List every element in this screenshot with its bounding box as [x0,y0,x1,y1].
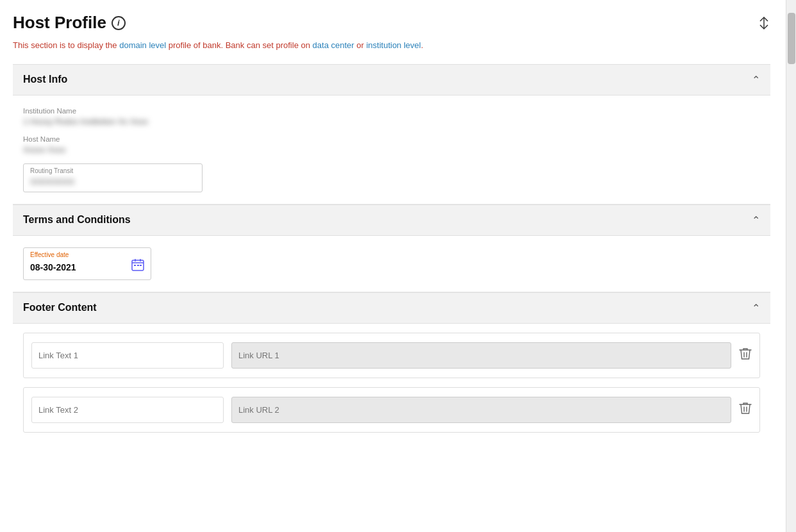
page-title: Host Profile [13,13,106,33]
link-text-1-input[interactable] [31,342,224,369]
subtitle-or: or [356,40,364,50]
subtitle: This section is to display the domain le… [13,39,770,53]
footer-content-title: Footer Content [23,302,97,313]
data-center-link[interactable]: data center [313,40,354,50]
calendar-icon[interactable] [131,258,144,274]
host-info-title: Host Info [23,74,67,85]
svg-rect-1 [134,265,136,266]
host-info-section: Host Info ⌃ Institution Name 1 Hxxxy Rxd… [13,64,770,204]
footer-row-1 [23,333,760,378]
footer-content-body [13,324,770,435]
terms-header[interactable]: Terms and Conditions ⌃ [13,204,770,236]
svg-rect-3 [140,265,142,266]
link-text-2-input[interactable] [31,397,224,423]
routing-transit-value: XXXXXXXX [30,177,195,187]
terms-body: Effective date 08-30-2021 [13,236,770,292]
host-name-label: Host Name [23,135,760,143]
institution-name-value: 1 Hxxxy Rxdxx Inxtitxtion Xx Xxxx [23,117,760,126]
svg-rect-2 [137,265,139,266]
terms-chevron[interactable]: ⌃ [752,214,760,226]
footer-row-2 [23,387,760,433]
host-info-chevron[interactable]: ⌃ [752,74,760,86]
page-title-row: Host Profile i [13,13,126,33]
delete-row-1-icon[interactable] [739,347,752,364]
link-url-2-input[interactable] [231,397,731,423]
host-info-body: Institution Name 1 Hxxxy Rxdxx Inxtitxti… [13,96,770,204]
effective-date-label: Effective date [30,251,69,258]
effective-date-value: 08-30-2021 [30,262,76,272]
scrollbar[interactable] [786,0,796,532]
routing-transit-field: Routing Transit XXXXXXXX [23,163,203,192]
institution-name-label: Institution Name [23,107,760,115]
footer-content-section: Footer Content ⌃ [13,292,770,435]
domain-level-link[interactable]: domain level [119,40,166,50]
terms-title: Terms and Conditions [23,214,131,226]
link-url-1-input[interactable] [231,342,731,369]
main-content: Host Profile i This section is to displa… [0,0,786,532]
footer-content-header[interactable]: Footer Content ⌃ [13,292,770,324]
page-header: Host Profile i [13,13,770,33]
institution-level-link[interactable]: institution level [366,40,420,50]
effective-date-field: Effective date 08-30-2021 [23,247,151,280]
info-icon[interactable]: i [112,16,126,30]
scrollbar-thumb[interactable] [788,13,795,64]
host-name-value: Xxxxx Xxxx [23,145,760,154]
delete-row-2-icon[interactable] [739,401,752,419]
host-info-header[interactable]: Host Info ⌃ [13,64,770,96]
collapse-all-icon[interactable] [758,16,770,30]
terms-section: Terms and Conditions ⌃ Effective date 08… [13,204,770,292]
page-wrapper: Host Profile i This section is to displa… [0,0,796,532]
footer-content-chevron[interactable]: ⌃ [752,302,760,314]
routing-transit-label: Routing Transit [30,167,73,174]
